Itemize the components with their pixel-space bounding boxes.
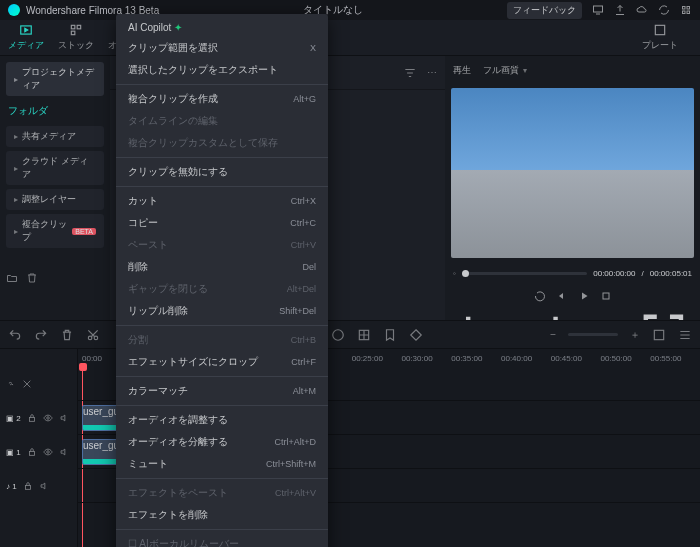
menu-item[interactable]: カットCtrl+X [116, 190, 328, 212]
svg-point-18 [333, 329, 344, 340]
sidebar-item-compound[interactable]: ▸複合クリップBETA [6, 214, 104, 248]
menu-item[interactable]: 削除Del [116, 256, 328, 278]
monitor-icon[interactable] [592, 4, 604, 16]
shortcut: Ctrl+F [291, 357, 316, 367]
menu-item[interactable]: クリップ範囲を選択X [116, 37, 328, 59]
svg-rect-4 [687, 11, 690, 14]
menu-item: ☐ AIボーカルリムーバー [116, 533, 328, 547]
menu-item[interactable]: コピーCtrl+C [116, 212, 328, 234]
lock-icon[interactable] [27, 413, 37, 423]
grid-icon[interactable] [357, 328, 371, 342]
new-folder-icon[interactable] [6, 272, 18, 284]
cut-icon[interactable] [86, 328, 100, 342]
lock-icon[interactable] [27, 447, 37, 457]
menu-label: AIボーカルリムーバー [139, 538, 238, 547]
menu-label: AI Copilot [128, 22, 171, 33]
zoom-out-icon[interactable]: − [550, 329, 556, 340]
menu-label: 複合クリップカスタムとして保存 [128, 137, 278, 148]
menu-label: エフェクトを削除 [128, 509, 208, 520]
tab-media[interactable]: メディア [8, 23, 44, 52]
menu-label: 複合クリップを作成 [128, 93, 218, 104]
scrub-start-icon[interactable]: ◦ [453, 269, 456, 278]
menu-item[interactable]: リップル削除Shift+Del [116, 300, 328, 322]
menu-item[interactable]: クリップを無効にする [116, 161, 328, 183]
sidebar-item-shared[interactable]: ▸共有メディア [6, 126, 104, 147]
menu-label: コピー [128, 217, 158, 228]
tab-stock[interactable]: ストック [58, 23, 94, 52]
sidebar-item-adjust[interactable]: ▸調整レイヤー [6, 189, 104, 210]
mute-icon[interactable] [59, 413, 69, 423]
timeline-clip[interactable]: user_gu… [82, 439, 120, 465]
eye-icon[interactable] [43, 413, 53, 423]
settings-icon[interactable] [680, 4, 692, 16]
loop-icon[interactable] [534, 290, 546, 302]
menu-item[interactable]: カラーマッチAlt+M [116, 380, 328, 402]
time-total: 00:00:05:01 [650, 269, 692, 278]
sidebar-item-cloud[interactable]: ▸クラウド メディア [6, 151, 104, 185]
svg-rect-3 [683, 11, 686, 14]
redo-icon[interactable] [34, 328, 48, 342]
sidebar-label: 複合クリップ [22, 218, 68, 244]
timeline-ruler[interactable]: 00:00 00:25:00 00:30:00 00:35:00 00:40:0… [0, 349, 700, 367]
menu-item[interactable]: オーディオを分離するCtrl+Alt+D [116, 431, 328, 453]
menu-label: 選択したクリップをエクスポート [128, 64, 278, 75]
timeline: ▣ 2 ▣ 1 ♪ 1 00:00 00:25:00 00:30:00 00:3… [0, 348, 700, 547]
sidebar-project-media[interactable]: ▸プロジェクトメディア [6, 62, 104, 96]
quality-select[interactable]: フル画質 ▾ [483, 64, 527, 77]
track-header-fx[interactable] [0, 367, 77, 401]
menu-item[interactable]: 選択したクリップをエクスポート [116, 59, 328, 81]
more-icon[interactable]: ⋯ [427, 67, 437, 78]
feedback-button[interactable]: フィードバック [507, 2, 582, 19]
menu-item[interactable]: ミュートCtrl+Shift+M [116, 453, 328, 475]
cloud-icon[interactable] [636, 4, 648, 16]
stop-icon[interactable] [600, 290, 612, 302]
preview-viewport[interactable] [451, 88, 694, 258]
keyframe-icon[interactable] [409, 328, 423, 342]
svg-point-24 [46, 451, 49, 454]
eye-icon[interactable] [43, 447, 53, 457]
sidebar-folder[interactable]: フォルダ [6, 100, 104, 122]
ruler-mark: 00:50:00 [601, 354, 651, 363]
menu-item[interactable]: エフェクトを削除 [116, 504, 328, 526]
track-header-v2[interactable]: ▣ 2 [0, 401, 77, 435]
zoom-slider[interactable] [568, 333, 618, 336]
menu-item[interactable]: AI Copilot ✦ [116, 18, 328, 37]
ruler-mark: 00:55:00 [650, 354, 700, 363]
export-icon[interactable] [614, 4, 626, 16]
shortcut: X [310, 43, 316, 53]
app-logo-icon [8, 4, 20, 16]
delete-icon[interactable] [60, 328, 74, 342]
bin-icon[interactable] [26, 272, 38, 284]
prev-frame-icon[interactable] [556, 290, 568, 302]
play-icon[interactable] [578, 290, 590, 302]
sidebar-label: プロジェクトメディア [22, 66, 96, 92]
fit-icon[interactable] [652, 328, 666, 342]
scrub-bar[interactable] [462, 272, 587, 275]
tab-templates[interactable]: プレート [642, 23, 678, 52]
menu-item[interactable]: オーディオを調整する [116, 409, 328, 431]
menu-label: 削除 [128, 261, 148, 272]
undo-icon[interactable] [8, 328, 22, 342]
filter-icon[interactable] [403, 66, 417, 80]
track-label: ▣ 1 [6, 448, 21, 457]
color-icon[interactable] [331, 328, 345, 342]
media-icon [19, 23, 33, 37]
list-icon[interactable] [678, 328, 692, 342]
play-tab[interactable]: 再生 [453, 64, 471, 77]
track-header-a1[interactable]: ♪ 1 [0, 469, 77, 503]
menu-item[interactable]: 複合クリップを作成Alt+G [116, 88, 328, 110]
shortcut: Ctrl+B [291, 335, 316, 345]
fx-icon [22, 379, 32, 389]
zoom-in-icon[interactable]: ＋ [630, 328, 640, 342]
mute-icon[interactable] [59, 447, 69, 457]
shortcut: Ctrl+Shift+M [266, 459, 316, 469]
mute-icon[interactable] [39, 481, 49, 491]
marker-icon[interactable] [383, 328, 397, 342]
timeline-clip[interactable]: user_gu… [82, 405, 120, 431]
menu-item[interactable]: エフェットサイズにクロップCtrl+F [116, 351, 328, 373]
refresh-icon[interactable] [658, 4, 670, 16]
track-label: ▣ 2 [6, 414, 21, 423]
svg-rect-23 [29, 452, 34, 456]
track-header-v1[interactable]: ▣ 1 [0, 435, 77, 469]
lock-icon[interactable] [23, 481, 33, 491]
